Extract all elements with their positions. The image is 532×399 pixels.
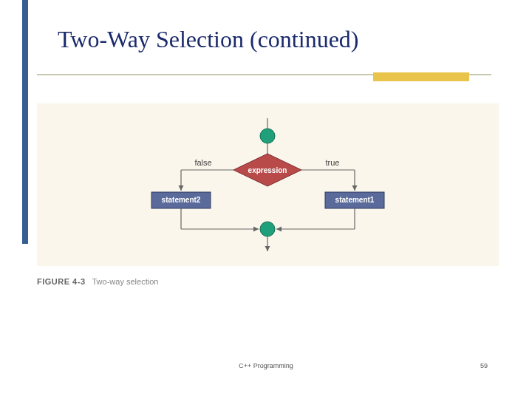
flowchart-svg: expression false statement2 true stateme…: [37, 103, 499, 266]
figure-title: Two-way selection: [92, 277, 159, 286]
figure-caption: FIGURE 4-3 Two-way selection: [37, 277, 158, 286]
statement-right-label: statement1: [335, 196, 375, 204]
false-label: false: [194, 158, 211, 167]
sidebar-accent-bar: [22, 0, 28, 244]
true-label: true: [326, 158, 340, 167]
decision-label: expression: [248, 166, 287, 174]
slide-title: Two-Way Selection (continued): [58, 26, 359, 53]
flowchart-panel: expression false statement2 true stateme…: [37, 103, 499, 266]
footer-page-number: 59: [480, 362, 488, 369]
title-accent-block: [373, 72, 469, 81]
slide: Two-Way Selection (continued) expression…: [0, 0, 532, 399]
merge-node: [260, 222, 275, 236]
start-node: [260, 129, 275, 143]
figure-number: FIGURE 4-3: [37, 277, 86, 286]
footer-course-name: C++ Programming: [0, 362, 532, 369]
statement-left-label: statement2: [162, 196, 201, 204]
